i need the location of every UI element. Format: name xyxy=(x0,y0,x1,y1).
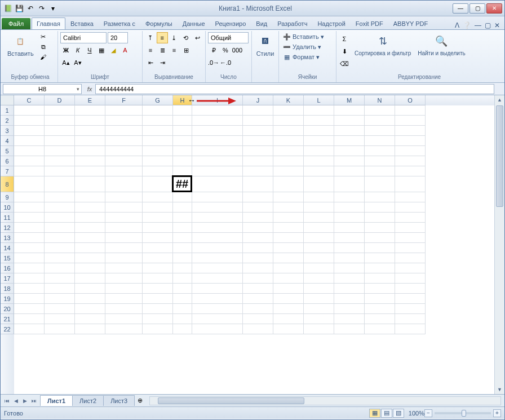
cell-O19[interactable] xyxy=(395,294,426,304)
comma-icon[interactable]: 000 xyxy=(232,45,243,56)
help-icon[interactable]: ❔ xyxy=(463,21,471,29)
cell-C1[interactable] xyxy=(14,105,45,116)
cell-J15[interactable] xyxy=(243,253,273,263)
cell-D13[interactable] xyxy=(45,233,75,243)
cell-N14[interactable] xyxy=(365,243,395,253)
cell-L14[interactable] xyxy=(304,243,334,253)
cell-D12[interactable] xyxy=(45,223,75,233)
row-header-14[interactable]: 14 xyxy=(1,243,14,253)
cell-K14[interactable] xyxy=(273,243,304,253)
cell-J1[interactable] xyxy=(243,105,273,116)
font-color-button[interactable]: A xyxy=(119,45,131,56)
cell-O5[interactable] xyxy=(395,146,426,156)
cell-H18[interactable] xyxy=(173,284,192,294)
cell-E20[interactable] xyxy=(75,304,105,314)
cell-I2[interactable] xyxy=(192,116,243,126)
cell-K20[interactable] xyxy=(273,304,304,314)
cell-I13[interactable] xyxy=(192,233,243,243)
cell-F13[interactable] xyxy=(105,233,143,243)
cells-insert-button[interactable]: ➕Вставить▾ xyxy=(281,32,334,41)
cell-E12[interactable] xyxy=(75,223,105,233)
row-header-22[interactable]: 22 xyxy=(1,324,14,334)
cell-K11[interactable] xyxy=(273,213,304,223)
cell-N21[interactable] xyxy=(365,314,395,324)
cell-E3[interactable] xyxy=(75,126,105,136)
align-top-icon[interactable]: ⤒ xyxy=(145,32,156,43)
column-header-O[interactable]: O xyxy=(395,95,426,105)
cell-N3[interactable] xyxy=(365,126,395,136)
scroll-down-icon[interactable]: ▼ xyxy=(495,385,504,394)
scroll-up-icon[interactable]: ▲ xyxy=(495,95,504,104)
row-header-10[interactable]: 10 xyxy=(1,202,14,213)
cell-M5[interactable] xyxy=(334,146,365,156)
cell-F7[interactable] xyxy=(105,166,143,176)
cell-I15[interactable] xyxy=(192,253,243,263)
cell-I22[interactable] xyxy=(192,324,243,334)
cell-C14[interactable] xyxy=(14,243,45,253)
format-painter-icon[interactable]: 🖌 xyxy=(38,52,48,61)
cell-L9[interactable] xyxy=(304,192,334,202)
cell-D1[interactable] xyxy=(45,105,75,116)
cell-O6[interactable] xyxy=(395,156,426,166)
column-header-D[interactable]: D xyxy=(45,95,75,105)
cell-L20[interactable] xyxy=(304,304,334,314)
cell-J16[interactable] xyxy=(243,263,273,273)
cell-C17[interactable] xyxy=(14,273,45,284)
row-header-6[interactable]: 6 xyxy=(1,156,14,166)
cell-E16[interactable] xyxy=(75,263,105,273)
cell-H22[interactable] xyxy=(173,324,192,334)
clear-icon[interactable]: ⌫ xyxy=(339,58,350,69)
cell-F9[interactable] xyxy=(105,192,143,202)
cell-M2[interactable] xyxy=(334,116,365,126)
cell-L16[interactable] xyxy=(304,263,334,273)
increase-indent-icon[interactable]: ⇥ xyxy=(157,57,168,68)
row-header-7[interactable]: 7 xyxy=(1,166,14,176)
copy-icon[interactable]: ⧉ xyxy=(38,42,48,51)
cell-M17[interactable] xyxy=(334,273,365,284)
cell-C6[interactable] xyxy=(14,156,45,166)
cell-D18[interactable] xyxy=(45,284,75,294)
cell-L2[interactable] xyxy=(304,116,334,126)
cell-F5[interactable] xyxy=(105,146,143,156)
doc-minimize-icon[interactable]: — xyxy=(475,21,481,29)
cell-O3[interactable] xyxy=(395,126,426,136)
cell-C2[interactable] xyxy=(14,116,45,126)
cell-H16[interactable] xyxy=(173,263,192,273)
cell-D9[interactable] xyxy=(45,192,75,202)
cell-C15[interactable] xyxy=(14,253,45,263)
cell-J20[interactable] xyxy=(243,304,273,314)
bold-button[interactable]: Ж xyxy=(60,45,72,56)
tab-review[interactable]: Рецензиро xyxy=(210,17,251,29)
cell-G8[interactable] xyxy=(143,176,173,192)
cell-G3[interactable] xyxy=(143,126,173,136)
row-header-12[interactable]: 12 xyxy=(1,223,14,233)
qat-more-icon[interactable]: ▾ xyxy=(48,3,58,14)
cell-M22[interactable] xyxy=(334,324,365,334)
row-header-17[interactable]: 17 xyxy=(1,273,14,284)
cell-N20[interactable] xyxy=(365,304,395,314)
view-pagebreak-icon[interactable]: ▧ xyxy=(393,409,404,418)
cell-N4[interactable] xyxy=(365,136,395,146)
cell-I3[interactable] xyxy=(192,126,243,136)
cell-J8[interactable] xyxy=(243,176,273,192)
cell-O16[interactable] xyxy=(395,263,426,273)
formula-input[interactable]: 4444444444 xyxy=(95,84,494,94)
vertical-scrollbar[interactable]: ▲ ▼ xyxy=(494,95,504,394)
cell-E4[interactable] xyxy=(75,136,105,146)
cell-M20[interactable] xyxy=(334,304,365,314)
tab-foxit[interactable]: Foxit PDF xyxy=(351,17,388,29)
decrease-decimal-icon[interactable]: ←.0 xyxy=(220,57,231,68)
tab-addins[interactable]: Надстрой xyxy=(312,17,350,29)
cell-N16[interactable] xyxy=(365,263,395,273)
cell-H12[interactable] xyxy=(173,223,192,233)
cell-I6[interactable] xyxy=(192,156,243,166)
cell-N15[interactable] xyxy=(365,253,395,263)
row-header-4[interactable]: 4 xyxy=(1,136,14,146)
cell-D21[interactable] xyxy=(45,314,75,324)
column-header-N[interactable]: N xyxy=(365,95,395,105)
cell-F3[interactable] xyxy=(105,126,143,136)
cell-O8[interactable] xyxy=(395,176,426,192)
fill-color-button[interactable]: ◢ xyxy=(108,45,119,56)
sheet-tab-3[interactable]: Лист3 xyxy=(103,395,135,406)
cell-D17[interactable] xyxy=(45,273,75,284)
